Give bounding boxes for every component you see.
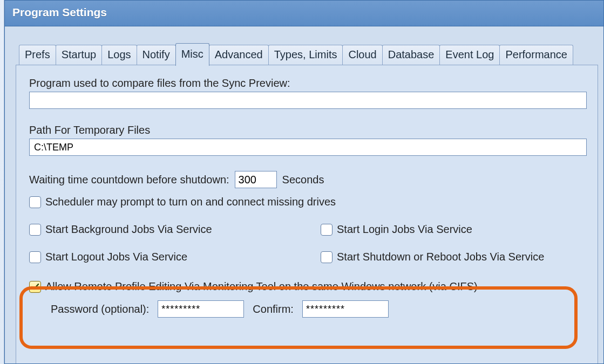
start-bg-jobs-checkbox[interactable] — [29, 224, 41, 236]
compare-program-input[interactable] — [29, 92, 587, 109]
tab-page-misc: Program used to compare files from the S… — [16, 65, 598, 364]
tab-notify[interactable]: Notify — [137, 45, 176, 65]
password-input[interactable] — [158, 300, 244, 318]
tab-strip: Prefs Startup Logs Notify Misc Advanced … — [19, 43, 598, 65]
temp-path-input[interactable] — [29, 139, 587, 156]
start-shutdown-jobs-checkbox[interactable] — [321, 251, 332, 263]
tab-logs[interactable]: Logs — [101, 45, 137, 65]
start-login-jobs-checkbox[interactable] — [321, 224, 332, 236]
check-icon — [31, 283, 39, 291]
settings-window: Program Settings Prefs Startup Logs Noti… — [4, 0, 604, 364]
compare-program-block: Program used to compare files from the S… — [29, 77, 587, 109]
password-row: Password (optional): Confirm: — [51, 300, 587, 318]
window-titlebar: Program Settings — [5, 1, 603, 26]
start-bg-jobs-label: Start Background Jobs Via Service — [45, 223, 212, 236]
start-login-jobs-row[interactable]: Start Login Jobs Via Service — [321, 223, 587, 236]
start-login-jobs-label: Start Login Jobs Via Service — [337, 223, 472, 236]
waiting-label-before: Waiting time countdown before shutdown: — [29, 174, 229, 186]
start-bg-jobs-row[interactable]: Start Background Jobs Via Service — [29, 223, 315, 236]
tab-advanced[interactable]: Advanced — [209, 45, 269, 65]
start-shutdown-jobs-row[interactable]: Start Shutdown or Reboot Jobs Via Servic… — [321, 251, 587, 263]
tab-startup[interactable]: Startup — [56, 45, 102, 65]
waiting-label-after: Seconds — [282, 174, 324, 186]
confirm-input[interactable] — [302, 300, 389, 318]
tab-database[interactable]: Database — [382, 45, 440, 65]
temp-path-label: Path For Temporary Files — [29, 124, 587, 136]
scheduler-prompt-label: Scheduler may prompt to turn on and conn… — [45, 196, 336, 208]
start-shutdown-jobs-label: Start Shutdown or Reboot Jobs Via Servic… — [337, 251, 544, 263]
start-logout-jobs-label: Start Logout Jobs Via Service — [45, 251, 187, 263]
scheduler-prompt-row[interactable]: Scheduler may prompt to turn on and conn… — [29, 196, 587, 208]
allow-remote-label: Allow Remote Profile Editing Via Monitor… — [45, 280, 478, 293]
start-logout-jobs-checkbox[interactable] — [29, 251, 41, 263]
compare-program-label: Program used to compare files from the S… — [29, 77, 587, 90]
tab-types-limits[interactable]: Types, Limits — [268, 45, 343, 65]
waiting-row: Waiting time countdown before shutdown: … — [29, 171, 587, 188]
tab-cloud[interactable]: Cloud — [342, 45, 382, 65]
window-title: Program Settings — [12, 6, 107, 18]
waiting-seconds-input[interactable] — [235, 171, 277, 188]
annotation-highlight-box — [19, 286, 578, 349]
start-logout-jobs-row[interactable]: Start Logout Jobs Via Service — [29, 251, 315, 263]
client-area: Prefs Startup Logs Notify Misc Advanced … — [5, 26, 603, 364]
temp-path-block: Path For Temporary Files — [29, 124, 587, 156]
allow-remote-row[interactable]: Allow Remote Profile Editing Via Monitor… — [29, 280, 587, 293]
password-label: Password (optional): — [51, 303, 149, 315]
allow-remote-checkbox[interactable] — [29, 281, 41, 293]
tab-performance[interactable]: Performance — [499, 45, 573, 65]
scheduler-prompt-checkbox[interactable] — [29, 196, 41, 208]
tab-misc[interactable]: Misc — [175, 43, 209, 66]
tab-prefs[interactable]: Prefs — [19, 45, 56, 65]
confirm-label: Confirm: — [253, 303, 294, 315]
tab-event-log[interactable]: Event Log — [439, 45, 500, 65]
